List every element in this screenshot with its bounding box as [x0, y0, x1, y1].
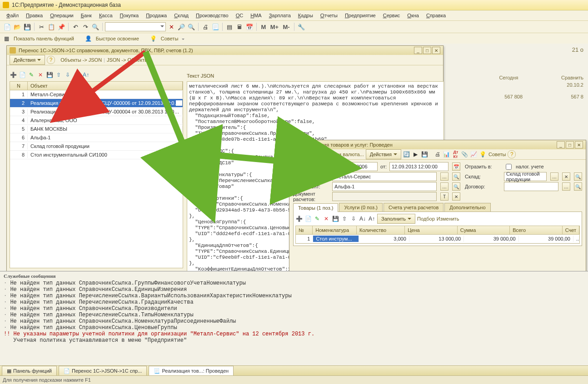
main-toolbar: 📄 📂 💾 ✂ 📋 📌 ↶ ↷ 🔍 ✕ 🔎 🔍 🖨 📃 ▤ 🖩 📅 M M+ M…	[0, 21, 588, 33]
paste-icon[interactable]: 📌	[57, 22, 66, 31]
cut-icon[interactable]: ✂	[37, 22, 46, 31]
calendar-icon[interactable]: 📅	[245, 22, 254, 31]
find-prev-icon[interactable]: 🔍	[187, 22, 196, 31]
app-title: 1С:Предприятие - Демонстрационная база	[12, 2, 121, 8]
menu-Отчеты[interactable]: Отчеты	[318, 12, 340, 19]
menu-ОС[interactable]: ОС	[233, 12, 246, 19]
find-next-icon[interactable]: 🔎	[177, 22, 186, 31]
undo-icon[interactable]: ↶	[71, 22, 80, 31]
quick-learn-link[interactable]: Быстрое освоение	[96, 36, 139, 41]
mdi-area: 21 о СегодняСравнить 20.10.2 567 808567 …	[0, 44, 588, 44]
secondary-toolbar: ▦ Показать панель функций 👤 Быстрое осво…	[0, 33, 588, 44]
redo-icon[interactable]: ↷	[81, 22, 90, 31]
date-label: 21 о	[452, 44, 588, 44]
separator	[34, 23, 35, 31]
save-icon[interactable]: 💾	[23, 22, 32, 31]
menu-Предприятие[interactable]: Предприятие	[342, 12, 379, 19]
preview-icon[interactable]: 📃	[211, 22, 220, 31]
menu-Справка[interactable]: Справка	[424, 12, 448, 19]
menu-Касса[interactable]: Касса	[96, 12, 115, 19]
print-icon[interactable]: 🖨	[201, 22, 210, 31]
app-titlebar: 1С:Предприятие - Демонстрационная база	[0, 0, 588, 10]
menu-Окна[interactable]: Окна	[404, 12, 422, 19]
panel-icon[interactable]: ▦	[3, 35, 10, 42]
menu-Покупка[interactable]: Покупка	[117, 12, 142, 19]
lightbulb-icon[interactable]: 💡	[150, 35, 157, 42]
memory-plus-icon[interactable]: M+	[269, 22, 280, 31]
memory-minus-icon[interactable]: M-	[281, 22, 292, 31]
copy-icon[interactable]: 📋	[47, 22, 56, 31]
clear-icon[interactable]: ✕	[167, 22, 176, 31]
menu-НМА[interactable]: НМА	[248, 12, 264, 19]
chevron-down-icon[interactable]	[182, 39, 184, 41]
separator	[68, 23, 69, 31]
filter-dropdown[interactable]	[105, 22, 166, 31]
separator	[102, 23, 103, 31]
menu-Сервис[interactable]: Сервис	[380, 12, 403, 19]
separator	[198, 23, 199, 31]
menu-Продажа[interactable]: Продажа	[143, 12, 169, 19]
annotation-overlay	[0, 44, 445, 44]
open-icon[interactable]: 📂	[13, 22, 22, 31]
separator	[294, 23, 294, 31]
person-icon[interactable]: 👤	[85, 35, 92, 42]
menu-Склад[interactable]: Склад	[171, 12, 191, 19]
menu-Правка[interactable]: Правка	[23, 12, 45, 19]
new-icon[interactable]: 📄	[3, 22, 12, 31]
memory-icon[interactable]: M	[259, 22, 268, 31]
menu-Операции[interactable]: Операции	[47, 12, 76, 19]
separator	[222, 23, 223, 31]
menu-Зарплата[interactable]: Зарплата	[266, 12, 294, 19]
wrench-icon[interactable]: 🔧	[297, 22, 306, 31]
list-icon[interactable]: ▤	[225, 22, 234, 31]
app-logo-icon	[3, 2, 9, 8]
tips-link[interactable]: Советы	[161, 36, 178, 41]
main-menu: ФайлПравкаОперацииБанкКассаПокупкаПродаж…	[0, 10, 588, 21]
menu-Производство[interactable]: Производство	[193, 12, 231, 19]
show-func-panel-link[interactable]: Показать панель функций	[14, 36, 74, 41]
calc-icon[interactable]: 🖩	[235, 22, 244, 31]
menu-Файл[interactable]: Файл	[4, 12, 21, 19]
separator	[256, 23, 257, 31]
menu-Банк[interactable]: Банк	[78, 12, 95, 19]
background-report-panel: 21 о СегодняСравнить 20.10.2 567 808567 …	[452, 44, 588, 44]
menu-Кадры[interactable]: Кадры	[295, 12, 316, 19]
search-icon[interactable]: 🔍	[91, 22, 100, 31]
